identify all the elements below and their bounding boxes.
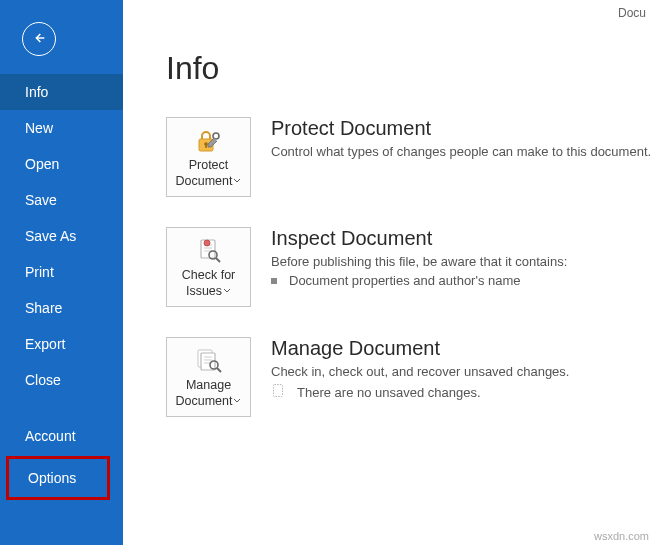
- inspect-bullet-row: Document properties and author's name: [271, 273, 655, 288]
- back-arrow-icon: [31, 30, 47, 49]
- chevron-down-icon: [223, 284, 231, 300]
- document-title: Docu: [618, 6, 646, 20]
- nav-info[interactable]: Info: [0, 74, 123, 110]
- manage-button-label: Manage Document: [176, 378, 233, 408]
- document-magnify-icon: [195, 236, 223, 266]
- protect-document-button[interactable]: Protect Document: [166, 117, 251, 197]
- nav-export[interactable]: Export: [0, 326, 123, 362]
- main-panel: Docu Info Protect Document: [123, 0, 655, 545]
- manage-desc: Check in, check out, and recover unsaved…: [271, 364, 655, 379]
- bullet-icon: [271, 278, 277, 284]
- inspect-title: Inspect Document: [271, 227, 655, 250]
- nav-new[interactable]: New: [0, 110, 123, 146]
- chevron-down-icon: [233, 394, 241, 410]
- nav-account[interactable]: Account: [0, 418, 123, 454]
- svg-rect-18: [274, 385, 283, 397]
- chevron-down-icon: [233, 174, 241, 190]
- nav-open[interactable]: Open: [0, 146, 123, 182]
- inspect-bullet-text: Document properties and author's name: [289, 273, 521, 288]
- svg-line-10: [216, 258, 220, 262]
- manage-section: Manage Document Manage Document Check in…: [166, 337, 655, 417]
- backstage-sidebar: Info New Open Save Save As Print Share E…: [0, 0, 123, 545]
- protect-title: Protect Document: [271, 117, 655, 140]
- inspect-section: Check for Issues Inspect Document Before…: [166, 227, 655, 307]
- nav-close[interactable]: Close: [0, 362, 123, 398]
- options-highlight-box: Options: [6, 456, 110, 500]
- nav-print[interactable]: Print: [0, 254, 123, 290]
- document-stack-magnify-icon: [194, 346, 224, 376]
- nav-options[interactable]: Options: [9, 459, 107, 497]
- nav-share[interactable]: Share: [0, 290, 123, 326]
- nav-save-as[interactable]: Save As: [0, 218, 123, 254]
- manage-status-text: There are no unsaved changes.: [297, 385, 481, 400]
- svg-point-8: [204, 240, 210, 246]
- lock-key-icon: [194, 126, 224, 156]
- protect-button-label: Protect Document: [176, 158, 233, 188]
- nav-list: Info New Open Save Save As Print Share E…: [0, 74, 123, 502]
- check-for-issues-button[interactable]: Check for Issues: [166, 227, 251, 307]
- page-title: Info: [166, 50, 655, 87]
- back-button[interactable]: [22, 22, 56, 56]
- document-outline-icon: [271, 383, 287, 402]
- watermark: wsxdn.com: [594, 530, 649, 542]
- nav-save[interactable]: Save: [0, 182, 123, 218]
- svg-line-17: [217, 368, 221, 372]
- svg-rect-2: [205, 145, 207, 149]
- inspect-desc: Before publishing this file, be aware th…: [271, 254, 655, 269]
- protect-desc: Control what types of changes people can…: [271, 144, 655, 159]
- protect-section: Protect Document Protect Document Contro…: [166, 117, 655, 197]
- manage-document-button[interactable]: Manage Document: [166, 337, 251, 417]
- manage-status-row: There are no unsaved changes.: [271, 383, 655, 402]
- manage-title: Manage Document: [271, 337, 655, 360]
